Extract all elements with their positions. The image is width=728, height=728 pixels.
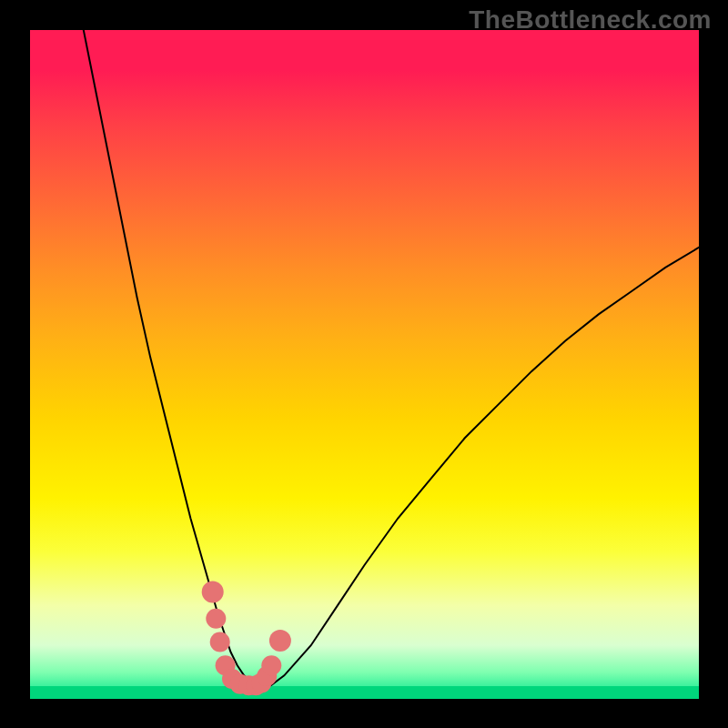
minimum-marker	[202, 581, 224, 602]
minimum-marker	[269, 630, 291, 652]
plot-area	[30, 30, 699, 699]
minimum-marker	[261, 655, 281, 675]
chart-stage: TheBottleneck.com	[0, 0, 728, 728]
minimum-marker	[210, 632, 230, 652]
curve-overlay	[30, 30, 699, 699]
minimum-marker	[206, 609, 226, 629]
bottleneck-curve	[84, 30, 699, 685]
minimum-marker-cluster	[202, 581, 291, 695]
